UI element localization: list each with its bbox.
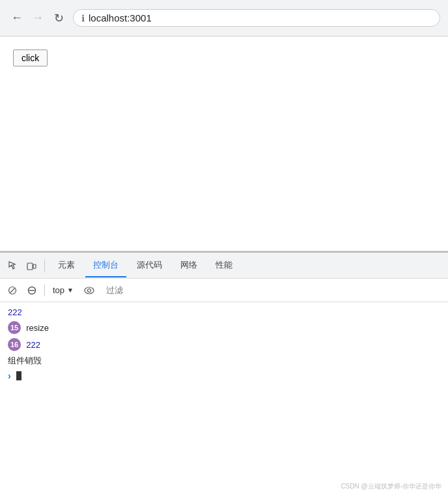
url-text: localhost:3001 [89,12,152,23]
badge-15: 15 [8,321,21,334]
watermark: CSDN @云端筑梦师-你华还是你华 [341,482,441,491]
console-toolbar: top ▼ [0,279,448,302]
console-line-destroy: 组件销毁 [0,353,448,369]
console-value-222b: 222 [26,340,40,350]
block-icon-button[interactable] [25,285,39,296]
console-output: 222 15 resize 16 222 组件销毁 › [0,302,448,495]
svg-rect-0 [27,263,33,270]
console-text-destroy: 组件销毁 [8,355,42,367]
address-bar[interactable]: ℹ localhost:3001 [73,9,440,27]
tab-console[interactable]: 控制台 [85,254,126,277]
forward-button[interactable]: → [29,9,47,27]
tab-sources[interactable]: 源代码 [129,254,170,277]
cursor [16,371,21,380]
devtools-tab-bar: 元素 控制台 源代码 网络 性能 [0,253,448,279]
console-prompt[interactable]: › [0,369,448,383]
console-line-222-second: 16 222 [0,336,448,353]
badge-16: 16 [8,338,21,351]
svg-point-7 [87,289,91,292]
console-text-resize: resize [26,323,49,333]
devtools-panel: 元素 控制台 源代码 网络 性能 top [0,251,448,495]
svg-rect-1 [33,264,36,268]
page-content: click [0,36,448,251]
console-divider [44,285,45,296]
svg-line-3 [10,288,15,292]
back-button[interactable]: ← [8,9,26,27]
info-icon: ℹ [81,13,85,23]
svg-point-6 [85,287,94,294]
prompt-arrow-icon: › [8,371,11,381]
filter-input[interactable] [102,284,443,296]
tab-network[interactable]: 网络 [173,254,205,277]
console-line-resize: 15 resize [0,319,448,336]
eye-icon-button[interactable] [81,285,97,296]
top-label: top [53,285,64,295]
dropdown-arrow-icon: ▼ [67,287,74,294]
tab-performance[interactable]: 性能 [208,254,240,277]
console-line-222-first: 222 [0,305,448,319]
click-button[interactable]: click [13,50,48,66]
tab-elements[interactable]: 元素 [50,254,83,277]
console-value-222: 222 [8,307,22,317]
nav-buttons: ← → ↻ [8,9,68,27]
device-toolbar-icon[interactable] [23,258,39,274]
browser-toolbar: ← → ↻ ℹ localhost:3001 [0,0,448,36]
clear-console-button[interactable] [5,285,20,296]
top-selector-button[interactable]: top ▼ [50,284,76,296]
tab-divider-1 [44,259,45,272]
element-picker-icon[interactable] [5,258,21,274]
reload-button[interactable]: ↻ [49,9,68,27]
